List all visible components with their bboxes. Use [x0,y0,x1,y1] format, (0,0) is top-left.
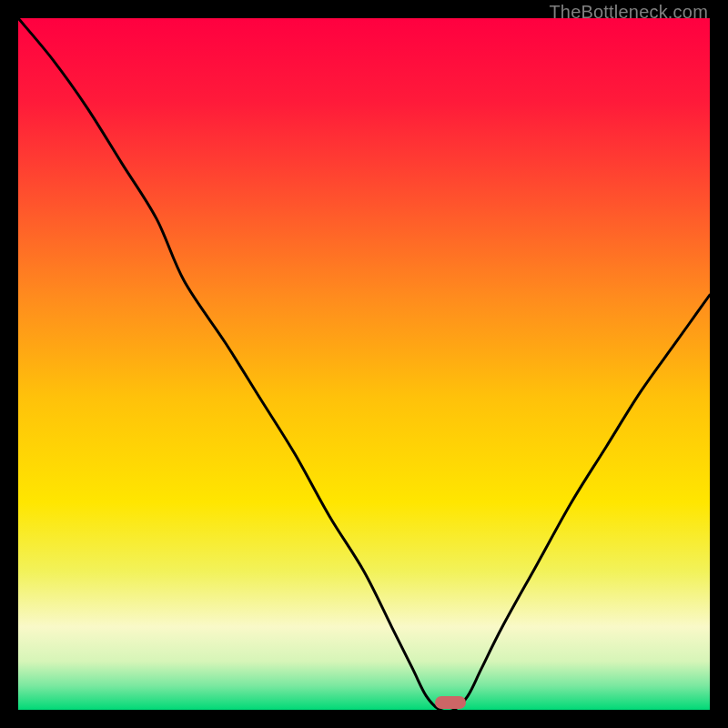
chart-frame: TheBottleneck.com [0,0,728,728]
bottleneck-curve [18,18,710,710]
plot-area [18,18,710,710]
watermark-text: TheBottleneck.com [549,2,708,23]
optimal-marker [435,696,466,709]
